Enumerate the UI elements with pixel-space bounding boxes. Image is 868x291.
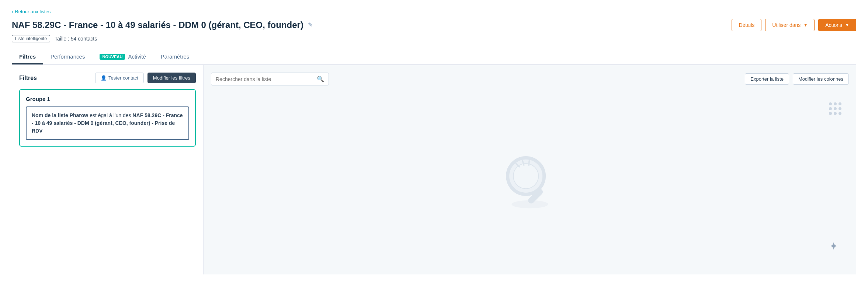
tester-label: Tester contact bbox=[108, 75, 138, 81]
filters-panel-actions: 👤 Tester contact Modifier les filtres bbox=[95, 73, 196, 83]
filters-panel-header: Filtres 👤 Tester contact Modifier les fi… bbox=[19, 73, 196, 83]
actions-button[interactable]: Actions ▼ bbox=[818, 19, 856, 31]
magnifier-illustration bbox=[497, 146, 563, 213]
search-input[interactable] bbox=[216, 76, 315, 82]
filter-operator: est égal à l'un des bbox=[90, 112, 132, 118]
edit-icon[interactable]: ✎ bbox=[308, 21, 313, 28]
user-icon: 👤 bbox=[101, 75, 107, 81]
tester-contact-button[interactable]: 👤 Tester contact bbox=[95, 73, 144, 83]
chevron-left-icon: ‹ bbox=[12, 9, 13, 14]
tab-performances-label: Performances bbox=[51, 53, 85, 60]
exporter-label: Exporter la liste bbox=[750, 76, 784, 82]
dot bbox=[834, 107, 837, 110]
back-link-label: Retour aux listes bbox=[15, 9, 51, 14]
colonnes-label: Modifier les colonnes bbox=[798, 76, 843, 82]
dot bbox=[829, 102, 832, 105]
dot bbox=[834, 102, 837, 105]
right-actions: Exporter la liste Modifier les colonnes bbox=[745, 73, 849, 85]
nouveau-badge: NOUVEAU bbox=[100, 54, 125, 60]
chevron-down-icon: ▼ bbox=[803, 23, 808, 27]
tab-parametres[interactable]: Paramètres bbox=[153, 50, 197, 64]
actions-label: Actions bbox=[825, 22, 842, 28]
tab-filtres-label: Filtres bbox=[19, 53, 36, 60]
dots-grid bbox=[829, 102, 841, 115]
tabs-row: Filtres Performances NOUVEAU Activité Pa… bbox=[12, 50, 856, 64]
dot bbox=[829, 107, 832, 110]
sparkle-icon: ✦ bbox=[829, 240, 838, 252]
search-row: 🔍 Exporter la liste Modifier les colonne… bbox=[211, 73, 849, 85]
tab-filtres[interactable]: Filtres bbox=[12, 50, 43, 64]
empty-state: ✦ bbox=[211, 91, 849, 267]
header-left: NAF 58.29C - France - 10 à 49 salariés -… bbox=[12, 20, 732, 31]
svg-point-3 bbox=[513, 163, 538, 188]
details-button[interactable]: Détails bbox=[732, 19, 761, 31]
details-label: Détails bbox=[739, 22, 754, 28]
dot bbox=[839, 112, 841, 115]
size-label: Taille : 54 contacts bbox=[55, 36, 97, 42]
dot bbox=[834, 112, 837, 115]
exporter-liste-button[interactable]: Exporter la liste bbox=[745, 73, 789, 85]
dot bbox=[829, 112, 832, 115]
filter-group-box: Groupe 1 Nom de la liste Pharow est égal… bbox=[19, 89, 196, 147]
right-panel: 🔍 Exporter la liste Modifier les colonne… bbox=[204, 65, 856, 274]
filters-panel-title: Filtres bbox=[19, 75, 37, 81]
modifier-colonnes-button[interactable]: Modifier les colonnes bbox=[793, 73, 849, 85]
search-icon: 🔍 bbox=[317, 76, 324, 83]
filter-item: Nom de la liste Pharow est égal à l'un d… bbox=[26, 106, 189, 140]
tab-performances[interactable]: Performances bbox=[43, 50, 92, 64]
chevron-down-icon-actions: ▼ bbox=[845, 23, 849, 27]
utiliser-dans-button[interactable]: Utiliser dans ▼ bbox=[765, 19, 815, 31]
tab-activite-label: Activité bbox=[128, 53, 146, 60]
page-title: NAF 58.29C - France - 10 à 49 salariés -… bbox=[12, 20, 303, 31]
subtitle-row: Liste intelligente Taille : 54 contacts bbox=[12, 35, 856, 42]
modifier-label: Modifier les filtres bbox=[153, 75, 190, 81]
smart-list-badge: Liste intelligente bbox=[12, 35, 50, 42]
left-panel: Filtres 👤 Tester contact Modifier les fi… bbox=[12, 65, 204, 274]
svg-line-6 bbox=[529, 161, 529, 165]
content-area: Filtres 👤 Tester contact Modifier les fi… bbox=[12, 64, 856, 274]
header-row: NAF 58.29C - France - 10 à 49 salariés -… bbox=[12, 19, 856, 31]
back-link[interactable]: ‹ Retour aux listes bbox=[12, 9, 856, 14]
header-actions: Détails Utiliser dans ▼ Actions ▼ bbox=[732, 19, 856, 31]
dot bbox=[839, 107, 841, 110]
utiliser-label: Utiliser dans bbox=[772, 22, 801, 28]
modifier-filtres-button[interactable]: Modifier les filtres bbox=[147, 73, 196, 83]
tab-activite[interactable]: NOUVEAU Activité bbox=[92, 50, 153, 64]
filter-field-name: Nom de la liste Pharow bbox=[32, 112, 88, 118]
dot bbox=[839, 102, 841, 105]
group-label: Groupe 1 bbox=[26, 96, 189, 102]
tab-parametres-label: Paramètres bbox=[161, 53, 190, 60]
search-input-wrap: 🔍 bbox=[211, 73, 329, 85]
